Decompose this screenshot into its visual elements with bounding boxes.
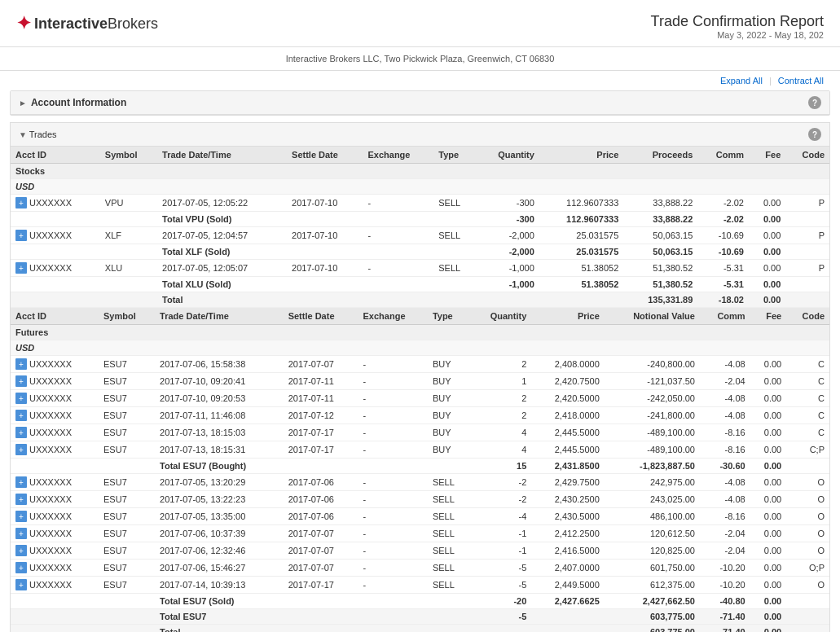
col-settle-date: Settle Date xyxy=(287,147,363,164)
futures-usd-subgroup-header: USD xyxy=(11,340,829,356)
f-col-type: Type xyxy=(428,308,470,325)
trades-help-icon[interactable]: ? xyxy=(808,128,821,141)
f-col-comm: Comm xyxy=(700,308,750,325)
table-row: Total XLF (Sold)-2,00025.03157550,063.15… xyxy=(11,244,829,260)
row-expand-button[interactable]: + xyxy=(15,528,27,539)
table-row: +UXXXXXXESU72017-07-05, 13:20:292017-07-… xyxy=(11,474,829,491)
row-expand-button[interactable]: + xyxy=(15,427,27,438)
table-row: Total VPU (Sold)-300112.960733333,888.22… xyxy=(11,212,829,227)
f-col-notional: Notional Value xyxy=(605,308,700,325)
row-expand-button[interactable]: + xyxy=(15,358,27,370)
account-information-section: ► Account Information ? xyxy=(10,90,830,116)
row-expand-button[interactable]: + xyxy=(15,410,27,421)
trades-title: ▼ Trades xyxy=(19,129,57,139)
col-proceeds: Proceeds xyxy=(623,147,697,164)
logo-text: InteractiveBrokers xyxy=(34,15,158,33)
row-expand-button[interactable]: + xyxy=(15,545,27,556)
row-expand-button[interactable]: + xyxy=(15,579,27,590)
logo-icon: ✦ xyxy=(16,13,31,34)
account-information-title: ► Account Information xyxy=(19,97,126,108)
account-chevron-icon: ► xyxy=(19,99,27,108)
table-row: +UXXXXXXXLF2017-07-05, 12:04:572017-07-1… xyxy=(11,227,829,244)
row-expand-button[interactable]: + xyxy=(15,197,27,208)
col-acct-id: Acct ID xyxy=(11,147,100,164)
trades-table: Acct ID Symbol Trade Date/Time Settle Da… xyxy=(11,147,829,308)
table-row: +UXXXXXXESU72017-07-05, 13:22:232017-07-… xyxy=(11,491,829,508)
report-title-text: Trade Confirmation Report xyxy=(651,13,824,30)
row-expand-button[interactable]: + xyxy=(15,375,27,387)
stocks-group-header: Stocks xyxy=(11,164,829,179)
row-expand-button[interactable]: + xyxy=(15,511,27,522)
separator: | xyxy=(769,76,772,86)
col-symbol: Symbol xyxy=(100,147,157,164)
table-row: Total ESU7 (Bought)152,431.8500-1,823,88… xyxy=(11,459,829,474)
logo-normal: Brokers xyxy=(108,15,158,32)
page-header: ✦ InteractiveBrokers Trade Confirmation … xyxy=(0,0,840,47)
row-expand-button[interactable]: + xyxy=(15,494,27,505)
table-row: +UXXXXXXESU72017-07-10, 09:20:412017-07-… xyxy=(11,373,829,390)
futures-label: Futures xyxy=(11,325,829,340)
table-row: +UXXXXXXVPU2017-07-05, 12:05:222017-07-1… xyxy=(11,195,829,212)
logo: ✦ InteractiveBrokers xyxy=(16,13,158,34)
row-expand-button[interactable]: + xyxy=(15,562,27,573)
trades-header[interactable]: ▼ Trades ? xyxy=(11,123,829,147)
stocks-label: Stocks xyxy=(11,164,829,179)
table-row: +UXXXXXXESU72017-07-06, 10:37:392017-07-… xyxy=(11,525,829,542)
col-type: Type xyxy=(433,147,477,164)
f-col-quantity: Quantity xyxy=(470,308,532,325)
f-col-settle-date: Settle Date xyxy=(284,308,358,325)
futures-table-header-row: Acct ID Symbol Trade Date/Time Settle Da… xyxy=(11,308,829,325)
account-information-header[interactable]: ► Account Information ? xyxy=(11,91,829,115)
company-address: Interactive Brokers LLC, Two Pickwick Pl… xyxy=(0,47,840,71)
row-expand-button[interactable]: + xyxy=(15,262,27,274)
col-exchange: Exchange xyxy=(363,147,433,164)
table-header-row: Acct ID Symbol Trade Date/Time Settle Da… xyxy=(11,147,829,164)
f-col-trade-datetime: Trade Date/Time xyxy=(155,308,284,325)
report-title: Trade Confirmation Report May 3, 2022 - … xyxy=(651,13,824,40)
trades-section: ▼ Trades ? Acct ID Symbol Trade Date/Tim… xyxy=(10,122,830,632)
table-row: +UXXXXXXESU72017-07-10, 09:20:532017-07-… xyxy=(11,390,829,407)
table-row: Total ESU7-5603,775.00-71.400.00 xyxy=(11,609,829,625)
expand-all-link[interactable]: Expand All xyxy=(720,76,763,86)
table-row: Total XLU (Sold)-1,00051.3805251,380.52-… xyxy=(11,277,829,292)
f-col-fee: Fee xyxy=(750,308,787,325)
contract-all-link[interactable]: Contract All xyxy=(778,76,824,86)
table-row: +UXXXXXXXLU2017-07-05, 12:05:072017-07-1… xyxy=(11,260,829,277)
usd-subgroup-header: USD xyxy=(11,179,829,195)
col-quantity: Quantity xyxy=(477,147,539,164)
f-col-price: Price xyxy=(531,308,604,325)
expand-bar: Expand All | Contract All xyxy=(0,71,840,90)
table-row: +UXXXXXXESU72017-07-06, 12:32:462017-07-… xyxy=(11,542,829,560)
col-fee: Fee xyxy=(749,147,785,164)
trades-chevron-icon: ▼ xyxy=(19,130,27,139)
futures-group-header: Futures xyxy=(11,325,829,340)
col-trade-datetime: Trade Date/Time xyxy=(157,147,287,164)
row-expand-button[interactable]: + xyxy=(15,444,27,455)
table-row: +UXXXXXXESU72017-07-06, 15:58:382017-07-… xyxy=(11,356,829,373)
table-row: Total603,775.00-71.400.00 xyxy=(11,625,829,633)
futures-table: Acct ID Symbol Trade Date/Time Settle Da… xyxy=(11,308,829,632)
table-row: +UXXXXXXESU72017-07-13, 18:15:032017-07-… xyxy=(11,424,829,441)
col-price: Price xyxy=(539,147,623,164)
row-expand-button[interactable]: + xyxy=(15,476,27,488)
f-col-exchange: Exchange xyxy=(358,308,428,325)
table-row: +UXXXXXXESU72017-07-05, 13:35:002017-07-… xyxy=(11,508,829,525)
col-comm: Comm xyxy=(697,147,749,164)
col-code: Code xyxy=(785,147,829,164)
table-row: +UXXXXXXESU72017-07-11, 11:46:082017-07-… xyxy=(11,407,829,424)
futures-usd-label: USD xyxy=(11,340,829,356)
row-expand-button[interactable]: + xyxy=(15,393,27,404)
f-col-symbol: Symbol xyxy=(99,308,155,325)
row-expand-button[interactable]: + xyxy=(15,230,27,241)
f-col-acct-id: Acct ID xyxy=(11,308,99,325)
logo-bold: Interactive xyxy=(34,15,108,32)
table-row: +UXXXXXXESU72017-07-06, 15:46:272017-07-… xyxy=(11,560,829,577)
table-row: Total135,331.89-18.020.00 xyxy=(11,292,829,308)
table-row: Total ESU7 (Sold)-202,427.66252,427,662.… xyxy=(11,594,829,609)
table-row: +UXXXXXXESU72017-07-14, 10:39:132017-07-… xyxy=(11,577,829,594)
usd-label: USD xyxy=(11,179,829,195)
f-col-code: Code xyxy=(786,308,829,325)
report-date-range: May 3, 2022 - May 18, 202 xyxy=(651,30,824,40)
table-row: +UXXXXXXESU72017-07-13, 18:15:312017-07-… xyxy=(11,441,829,459)
account-help-icon[interactable]: ? xyxy=(808,96,821,109)
